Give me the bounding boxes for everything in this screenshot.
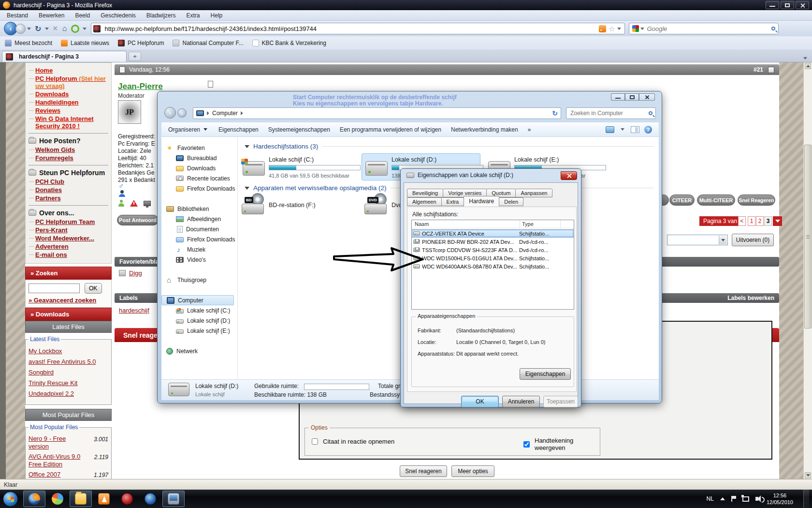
drive-row[interactable]: PIONEER BD-RW BDR-202 ATA Dev... Dvd-/cd… bbox=[412, 238, 574, 246]
stop-icon[interactable]: × bbox=[53, 24, 57, 33]
nav-item[interactable]: Thuisgroep bbox=[161, 275, 237, 285]
view-dropdown-icon[interactable] bbox=[621, 128, 624, 131]
nav-item[interactable]: Favorieten bbox=[161, 143, 237, 153]
volume-icon[interactable] bbox=[755, 497, 758, 501]
dialog-tab[interactable]: Delen bbox=[499, 197, 523, 206]
sidebar-link[interactable]: PCH Club bbox=[35, 178, 108, 185]
start-button[interactable] bbox=[3, 492, 18, 507]
file-link[interactable]: My Lockbox bbox=[29, 347, 108, 355]
thread-tools-select[interactable] bbox=[667, 235, 728, 245]
addon-dropdown-icon[interactable] bbox=[83, 28, 87, 30]
change-view-icon[interactable] bbox=[606, 126, 614, 133]
list-tabs-icon[interactable] bbox=[803, 57, 807, 60]
scrollbar-thumb[interactable] bbox=[804, 145, 812, 329]
taskbar-firefox[interactable] bbox=[23, 491, 45, 507]
menu-item[interactable]: Bladwijzers bbox=[146, 12, 176, 19]
bd-drive-name[interactable]: BD-re-station (F:) bbox=[269, 202, 316, 209]
url-input[interactable] bbox=[103, 25, 599, 33]
taskbar-app-gears[interactable] bbox=[46, 491, 69, 507]
refresh-dropdown-icon[interactable] bbox=[45, 28, 49, 30]
bookmark-item[interactable]: Laatste nieuws bbox=[61, 40, 109, 46]
menu-item[interactable]: Bestand bbox=[7, 12, 28, 19]
preview-pane-icon[interactable] bbox=[631, 126, 639, 133]
dialog-tab[interactable]: Beveiliging bbox=[407, 189, 443, 197]
nav-item[interactable]: Lokale schijf (E:) bbox=[161, 326, 237, 336]
bookmark-star-icon[interactable]: ☆ bbox=[609, 25, 615, 32]
forum-search-input[interactable] bbox=[29, 284, 80, 293]
search-icon[interactable] bbox=[771, 27, 775, 30]
nav-item[interactable]: Documenten bbox=[161, 224, 237, 234]
forum-search-ok-button[interactable]: OK bbox=[85, 283, 102, 294]
citaat-checkbox[interactable] bbox=[312, 438, 318, 445]
explorer-close-button[interactable] bbox=[639, 93, 655, 101]
sidebar-link[interactable]: Welkom Gids bbox=[35, 146, 108, 153]
new-tab-button[interactable]: + bbox=[129, 52, 141, 61]
help-icon[interactable] bbox=[644, 126, 652, 134]
citeer-button[interactable]: CITEER bbox=[669, 194, 695, 206]
breadcrumb[interactable]: Computer ↻ bbox=[193, 107, 561, 119]
taskbar-app-window[interactable] bbox=[162, 491, 185, 507]
file-link[interactable]: Undeadpixel 2.2 bbox=[29, 390, 108, 398]
forward-button[interactable]: › bbox=[15, 24, 26, 34]
explorer-forward-button[interactable]: › bbox=[177, 108, 187, 118]
scroll-up-button[interactable] bbox=[805, 63, 811, 69]
show-desktop-button[interactable] bbox=[803, 490, 809, 508]
minimize-button[interactable] bbox=[766, 1, 779, 9]
author-avatar[interactable]: JP bbox=[118, 100, 141, 124]
dialog-tab[interactable]: Extra bbox=[441, 197, 464, 206]
toolbar-item[interactable]: Een programma verwijderen of wijzigen bbox=[340, 126, 441, 133]
menu-item[interactable]: Extra bbox=[187, 12, 200, 19]
sidebar-link[interactable]: PC Helpforum (Stel hier uw vraag) bbox=[35, 75, 108, 90]
tab-hardeschijf[interactable]: hardeschijf - Pagina 3 bbox=[2, 51, 127, 62]
restore-button[interactable] bbox=[781, 1, 794, 9]
sidebar-link[interactable]: E-mail ons bbox=[35, 251, 108, 258]
drive-d-name[interactable]: Lokale schijf (D:) bbox=[392, 156, 436, 163]
nav-item[interactable]: Muziek bbox=[161, 244, 237, 254]
sidebar-link[interactable]: Adverteren bbox=[35, 243, 108, 250]
page-scrollbar[interactable] bbox=[803, 62, 812, 479]
sidebar-link[interactable]: Donaties bbox=[35, 186, 108, 194]
group-header-harddisks[interactable]: Hardeschijfstations (3) bbox=[245, 143, 654, 150]
collapse-icon[interactable] bbox=[245, 187, 249, 190]
history-dropdown-icon[interactable] bbox=[27, 28, 31, 30]
nav-item[interactable]: Video's bbox=[161, 254, 237, 265]
nav-item[interactable]: Netwerk bbox=[161, 346, 237, 356]
drive-row[interactable]: WDC WD1500HLFS-01G6U1 ATA Dev... Schijfs… bbox=[412, 254, 574, 262]
sidebar-link[interactable]: Downloads bbox=[35, 90, 108, 98]
pc-specs-icon[interactable] bbox=[144, 201, 151, 206]
report-icon[interactable] bbox=[130, 200, 138, 207]
drive-c-name[interactable]: Lokale schijf (C:) bbox=[269, 156, 314, 163]
sidebar-link[interactable]: PC Helpforum Team bbox=[35, 218, 108, 225]
page-2-button[interactable]: 2 bbox=[756, 216, 764, 226]
nav-item[interactable]: Bureaublad bbox=[161, 153, 237, 163]
dialog-tab[interactable]: Aanpassen bbox=[515, 189, 552, 197]
close-button[interactable] bbox=[796, 1, 809, 9]
drive-row[interactable]: OCZ-VERTEX ATA Device Schijfstatio... bbox=[412, 229, 574, 238]
toepassen-button[interactable]: Toepassen bbox=[543, 396, 578, 407]
network-icon[interactable] bbox=[742, 496, 749, 502]
bookmark-item[interactable]: Meest bezocht bbox=[5, 40, 52, 46]
sidebar-link[interactable]: Handleidingen bbox=[35, 99, 108, 106]
bookmark-item[interactable]: KBC Bank & Verzekering bbox=[252, 40, 326, 46]
toolbar-item[interactable]: » bbox=[528, 126, 531, 133]
search-input[interactable] bbox=[646, 25, 771, 33]
sidebar-link[interactable]: Win G Data Internet Security 2010 ! bbox=[35, 115, 108, 130]
collapse-icon[interactable] bbox=[245, 145, 249, 148]
toolbar-item[interactable]: Netwerkverbinding maken bbox=[451, 126, 518, 133]
eigenschappen-button[interactable]: Eigenschappen bbox=[520, 368, 571, 380]
file-link[interactable]: Songbird bbox=[29, 369, 108, 376]
post-author-link[interactable]: Jean-Pierre bbox=[118, 82, 163, 91]
file-link[interactable]: avast! Free Antivirus 5.0 bbox=[29, 358, 108, 366]
menu-item[interactable]: Geschiedenis bbox=[101, 12, 136, 19]
sidebar-link[interactable]: Reviews bbox=[35, 107, 108, 114]
home-icon[interactable]: ⌂ bbox=[62, 24, 67, 33]
nav-item[interactable]: Lokale schijf (D:) bbox=[161, 315, 237, 326]
drive-row[interactable]: WDC WD6400AAKS-08A7B0 ATA Dev... Schijfs… bbox=[412, 262, 574, 270]
sidebar-link[interactable]: Word Medewerker... bbox=[35, 235, 108, 242]
nav-item[interactable]: Bibliotheken bbox=[161, 204, 237, 214]
file-link[interactable]: Office 2007 converter bbox=[29, 471, 83, 479]
dialog-close-button[interactable] bbox=[561, 171, 577, 180]
action-center-icon[interactable] bbox=[731, 496, 736, 502]
sidebar-link[interactable]: Partners bbox=[35, 194, 108, 202]
addon-icon[interactable] bbox=[71, 25, 79, 33]
